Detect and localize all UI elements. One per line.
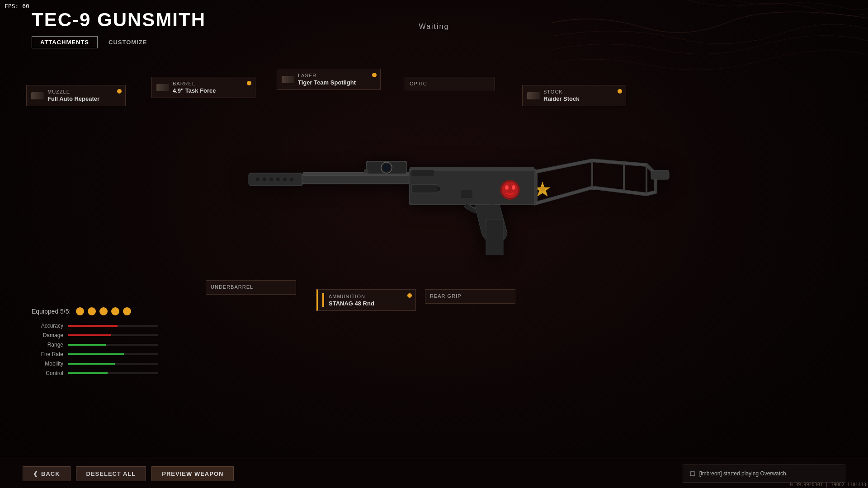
chat-message: [imbreon] started playing Overwatch. xyxy=(699,470,788,477)
chat-notification: □ [imbreon] started playing Overwatch. xyxy=(683,465,845,483)
svg-point-6 xyxy=(290,178,293,181)
muzzle-icon xyxy=(31,92,44,99)
stat-bar-bg xyxy=(68,334,158,336)
deselect-all-button[interactable]: Deselect All xyxy=(76,466,146,481)
barrel-label: Barrel xyxy=(173,81,216,86)
svg-point-22 xyxy=(540,186,545,192)
underbarrel-label: Underbarrel xyxy=(211,284,289,290)
slot-underbarrel[interactable]: Underbarrel xyxy=(206,280,296,295)
back-label: Back xyxy=(41,470,60,477)
preview-weapon-button[interactable]: Preview Weapon xyxy=(151,466,234,481)
optic-label: Optic xyxy=(410,81,488,86)
laser-label: Laser xyxy=(298,73,356,78)
stat-bar-fill xyxy=(68,325,118,327)
back-button[interactable]: ❮ Back xyxy=(23,466,71,481)
laser-icon xyxy=(282,76,294,83)
svg-point-18 xyxy=(502,182,518,198)
slot-barrel[interactable]: Barrel 4.9" Task Force xyxy=(151,77,255,98)
barrel-icon xyxy=(156,84,169,91)
ammunition-label: Ammunition xyxy=(329,294,374,299)
stat-row-fire-rate: Fire Rate xyxy=(32,351,203,357)
stats-panel: Equipped 5/5: Accuracy Damage Range Fire… xyxy=(32,307,203,380)
stat-bar-fill xyxy=(68,353,124,355)
svg-rect-16 xyxy=(486,219,503,255)
pip-4 xyxy=(111,307,119,315)
svg-point-4 xyxy=(276,178,280,181)
svg-rect-29 xyxy=(437,187,440,191)
svg-rect-12 xyxy=(364,169,368,173)
stat-bar-bg xyxy=(68,325,158,327)
barrel-value: 4.9" Task Force xyxy=(173,87,216,94)
pip-5 xyxy=(123,307,131,315)
stat-bar-fill xyxy=(68,334,111,336)
stat-bar-bg xyxy=(68,363,158,365)
stat-name: Control xyxy=(32,370,63,376)
stat-bar-bg xyxy=(68,372,158,374)
slot-optic[interactable]: Optic xyxy=(405,77,495,91)
chat-icon: □ xyxy=(690,469,695,478)
stock-value: Raider Stock xyxy=(543,95,579,102)
svg-point-20 xyxy=(512,185,515,190)
stat-row-control: Control xyxy=(32,370,203,376)
barrel-equipped-dot xyxy=(247,81,251,85)
slot-stock[interactable]: Stock Raider Stock xyxy=(522,85,626,106)
tab-customize[interactable]: CUSTOMIZE xyxy=(99,36,156,48)
stat-name: Accuracy xyxy=(32,323,63,329)
weapon-display xyxy=(136,113,778,271)
back-chevron-icon: ❮ xyxy=(33,470,38,477)
slot-muzzle[interactable]: Muzzle Full Auto Repeater xyxy=(26,85,126,106)
stock-icon xyxy=(527,92,540,99)
stat-bar-fill xyxy=(68,372,108,374)
svg-point-1 xyxy=(256,178,259,181)
weapon-svg xyxy=(240,129,674,255)
svg-rect-15 xyxy=(411,170,434,176)
equipped-label: Equipped 5/5: xyxy=(32,308,71,315)
pip-3 xyxy=(99,307,108,315)
stat-row-damage: Damage xyxy=(32,332,203,338)
svg-rect-23 xyxy=(461,190,472,198)
ammunition-equipped-dot xyxy=(407,293,412,298)
stock-label: Stock xyxy=(543,89,579,94)
tab-attachments[interactable]: ATTACHMENTS xyxy=(32,36,98,48)
pip-2 xyxy=(88,307,96,315)
svg-point-3 xyxy=(269,178,273,181)
stats-container: Accuracy Damage Range Fire Rate Mobility xyxy=(32,323,203,376)
svg-point-11 xyxy=(383,164,390,171)
tabs-row: ATTACHMENTS CUSTOMIZE xyxy=(32,36,845,48)
ammo-accent-bar xyxy=(322,293,324,307)
stat-row-accuracy: Accuracy xyxy=(32,323,203,329)
svg-point-5 xyxy=(283,178,287,181)
slot-laser[interactable]: Laser Tiger Team Spotlight xyxy=(277,69,381,90)
stat-name: Damage xyxy=(32,332,63,338)
rear-grip-label: Rear Grip xyxy=(430,293,509,299)
ammunition-value: STANAG 48 Rnd xyxy=(329,300,374,307)
laser-equipped-dot xyxy=(372,73,377,77)
stat-bar-fill xyxy=(68,344,106,346)
muzzle-equipped-dot xyxy=(117,89,122,94)
muzzle-value: Full Auto Repeater xyxy=(47,95,99,102)
muzzle-label: Muzzle xyxy=(47,89,99,94)
stat-name: Mobility xyxy=(32,361,63,367)
slot-rear-grip[interactable]: Rear Grip xyxy=(425,289,515,304)
svg-point-2 xyxy=(263,178,266,181)
svg-point-19 xyxy=(505,185,509,190)
stat-bar-bg xyxy=(68,353,158,355)
waiting-label: Waiting xyxy=(419,23,449,31)
stock-equipped-dot xyxy=(618,89,622,94)
stat-bar-bg xyxy=(68,344,158,346)
stat-row-range: Range xyxy=(32,342,203,348)
svg-rect-28 xyxy=(411,185,439,193)
svg-rect-27 xyxy=(651,170,669,179)
coordinates: 0.39.9920301 | 39002-1301413 xyxy=(788,481,868,488)
fps-counter: FPS: 60 xyxy=(5,3,29,9)
stat-name: Fire Rate xyxy=(32,351,63,357)
slot-ammunition[interactable]: Ammunition STANAG 48 Rnd xyxy=(316,289,416,311)
pip-1 xyxy=(76,307,84,315)
laser-value: Tiger Team Spotlight xyxy=(298,79,356,86)
stat-bar-fill xyxy=(68,363,115,365)
equipped-row: Equipped 5/5: xyxy=(32,307,203,315)
stat-name: Range xyxy=(32,342,63,348)
stat-row-mobility: Mobility xyxy=(32,361,203,367)
